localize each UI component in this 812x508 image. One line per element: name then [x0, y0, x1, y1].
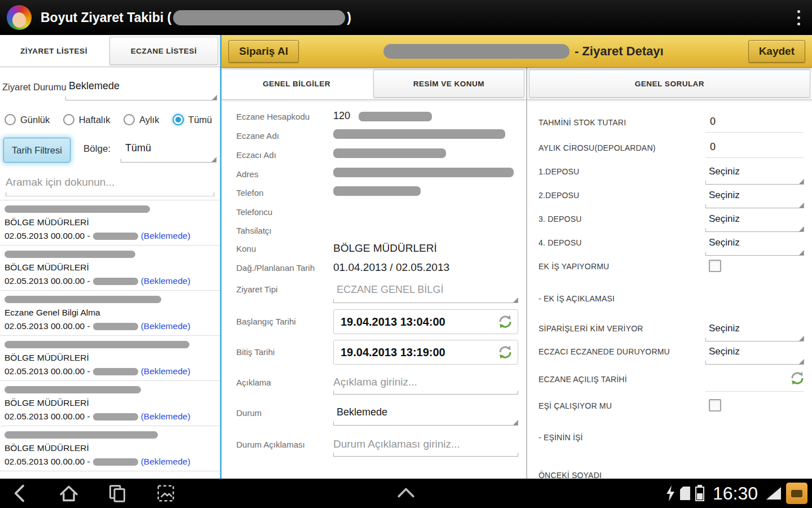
aciklama-input[interactable]: [333, 374, 518, 391]
notification-glyph: [791, 490, 802, 497]
visit-subject: BÖLGE MÜDÜRLERİ: [5, 443, 215, 453]
question-value[interactable]: 0: [705, 141, 804, 158]
button-label: Sipariş Al: [239, 45, 288, 58]
home-button[interactable]: [56, 481, 81, 506]
visit-list-item[interactable]: BÖLGE MÜDÜRLERİ 02.05.2013 00.00.00 - (B…: [0, 336, 220, 381]
refresh-time-icon[interactable]: [788, 369, 806, 387]
overflow-menu-icon[interactable]: [787, 4, 810, 31]
value-text: 01.04.2013 / 02.05.2013: [333, 261, 449, 273]
depo4-spinner[interactable]: Seçiniz: [705, 236, 804, 256]
ziyaret-tipi-spinner[interactable]: ECZANE GENEL BİLGİ: [333, 283, 518, 303]
radio-gunluk[interactable]: Günlük: [5, 114, 50, 125]
visit-status: (Beklemede): [141, 411, 191, 422]
visit-list-item[interactable]: BÖLGE MÜDÜRLERİ 02.05.2013 00.00.00 - (B…: [0, 426, 220, 471]
clock[interactable]: 16:30: [713, 483, 758, 504]
form-row-aciklama: Açıklama: [236, 374, 518, 395]
tab-genel-sorular[interactable]: GENEL SORULAR: [529, 69, 810, 98]
notification-app-icon[interactable]: [786, 483, 807, 504]
form-row-baslangic: Başlangıç Tarihi 19.04.2013 13:04:00: [236, 309, 518, 334]
field-value: BÖLGE MÜDÜRLERİ: [333, 242, 518, 256]
baslangic-datetime-field[interactable]: 19.04.2013 13:04:00: [333, 309, 518, 334]
q-row-esi-calisiyor: EŞİ ÇALIŞIYOR MU: [527, 399, 812, 414]
recents-button[interactable]: [105, 481, 130, 506]
redacted-pharmacy-title: [383, 44, 570, 59]
redacted-value: [333, 186, 421, 196]
back-button[interactable]: [8, 481, 33, 506]
radio-label: Tümü: [188, 115, 212, 125]
app-title: Boyut Ziyaret Takibi ( ): [41, 10, 351, 25]
radio-aylik[interactable]: Aylık: [123, 114, 159, 125]
field-value: [333, 186, 518, 200]
radio-tumu[interactable]: Tümü: [173, 114, 212, 125]
redacted-time: [93, 458, 138, 466]
screenshot-button[interactable]: [153, 481, 178, 506]
form-row-durum-aciklamasi: Durum Açıklaması: [236, 436, 518, 457]
spinner-value: Tümü: [125, 142, 151, 154]
visit-list-item[interactable]: BÖLGE MÜDÜRLERİ 02.05.2013 00.00.00 - (B…: [0, 381, 220, 426]
ziyaret-durumu-spinner[interactable]: Beklemede: [65, 75, 217, 100]
visit-dateline: 02.05.2013 00.00.00 - (Beklemede): [5, 457, 215, 467]
q-row-ekis-aciklama: - EK İŞ AÇIKLAMASI: [527, 292, 812, 306]
radio-circle-icon: [123, 114, 135, 125]
form-row-durum: Durum Beklemede: [236, 405, 518, 426]
nav-buttons: [8, 481, 178, 506]
eczaci-duruyor-spinner[interactable]: Seçiniz: [705, 345, 804, 365]
durum-aciklamasi-input[interactable]: [333, 436, 518, 453]
durum-spinner[interactable]: Beklemede: [333, 405, 518, 426]
tab-label: GENEL SORULAR: [635, 80, 704, 88]
field-label: Başlangıç Tarihi: [236, 309, 333, 326]
search-input[interactable]: [6, 172, 214, 193]
field-label: Adres: [236, 168, 333, 179]
status-cluster[interactable]: 16:30: [666, 479, 807, 508]
field-label: Dağ./Planlanan Tarih: [236, 261, 333, 273]
visit-status: (Beklemede): [141, 231, 191, 241]
q-row-depo3: 3. DEPOSU Seçiniz: [527, 212, 812, 227]
bitis-datetime-field[interactable]: 19.04.2013 13:19:00: [333, 340, 518, 365]
field-label: Bitiş Tarihi: [236, 340, 333, 357]
tab-label: GENEL BİLGİLER: [263, 80, 330, 88]
field-label: Eczacı Adı: [236, 148, 333, 160]
refresh-time-icon[interactable]: [496, 313, 514, 331]
visit-list-item[interactable]: Eczane Genel Bilgi Alma 02.05.2013 00.00…: [0, 291, 220, 336]
field-label: Durum: [236, 405, 333, 418]
siparis-al-button[interactable]: Sipariş Al: [228, 40, 299, 63]
battery-icon: [695, 485, 704, 502]
visit-date: 02.05.2013 00.00.00 -: [5, 457, 90, 467]
tab-eczane-listesi[interactable]: ECZANE LİSTESİ: [109, 37, 218, 65]
bolge-label: Bölge:: [83, 143, 111, 155]
value-text: BÖLGE MÜDÜRLERİ: [333, 242, 437, 254]
expand-button[interactable]: [394, 483, 418, 503]
value-text: 120: [333, 110, 350, 121]
depo1-spinner[interactable]: Seçiniz: [705, 165, 804, 185]
redacted-value: [359, 112, 432, 121]
tab-genel-bilgiler[interactable]: GENEL BİLGİLER: [222, 68, 372, 99]
kaydet-button[interactable]: Kaydet: [748, 40, 805, 63]
filter-row: Tarih Filtresi Bölge: Tümü: [3, 135, 217, 166]
field-value: [333, 129, 518, 143]
field-label: Eczane Hesapkodu: [236, 110, 333, 121]
tab-label: RESİM VE KONUM: [413, 80, 484, 88]
siparis-kim-spinner[interactable]: Seçiniz: [705, 322, 804, 341]
depo3-spinner[interactable]: Seçiniz: [705, 212, 804, 232]
acilis-tarihi-field[interactable]: [705, 373, 804, 392]
ekis-checkbox[interactable]: [709, 260, 721, 272]
tarih-filtresi-button[interactable]: Tarih Filtresi: [3, 138, 70, 163]
visit-list-item[interactable]: BÖLGE MÜDÜRLERİ 02.05.2013 00.00.00 - (B…: [0, 200, 220, 246]
charging-icon: [666, 485, 675, 502]
tab-ziyaret-listesi[interactable]: ZİYARET LİSTESİ: [0, 35, 108, 67]
tab-resim-ve-konum[interactable]: RESİM VE KONUM: [373, 69, 524, 98]
bolge-spinner[interactable]: Tümü: [121, 137, 217, 163]
radio-haftalik[interactable]: Haftalık: [63, 114, 111, 125]
visit-subject: BÖLGE MÜDÜRLERİ: [5, 353, 215, 363]
redacted-time: [93, 323, 138, 330]
depo2-spinner[interactable]: Seçiniz: [705, 189, 804, 208]
form-row-eczaci-adi: Eczacı Adı: [236, 148, 518, 162]
spinner-corner-icon: [211, 157, 217, 162]
question-value[interactable]: 0: [705, 116, 804, 133]
button-label: Tarih Filtresi: [12, 145, 62, 156]
visit-list-item[interactable]: BÖLGE MÜDÜRLERİ 02.05.2013 00.00.00 - (B…: [0, 246, 220, 291]
redacted-pharmacy-name: [5, 386, 141, 393]
refresh-time-icon[interactable]: [496, 343, 514, 361]
esi-calisiyor-checkbox[interactable]: [709, 399, 721, 411]
visit-status: (Beklemede): [141, 276, 191, 286]
